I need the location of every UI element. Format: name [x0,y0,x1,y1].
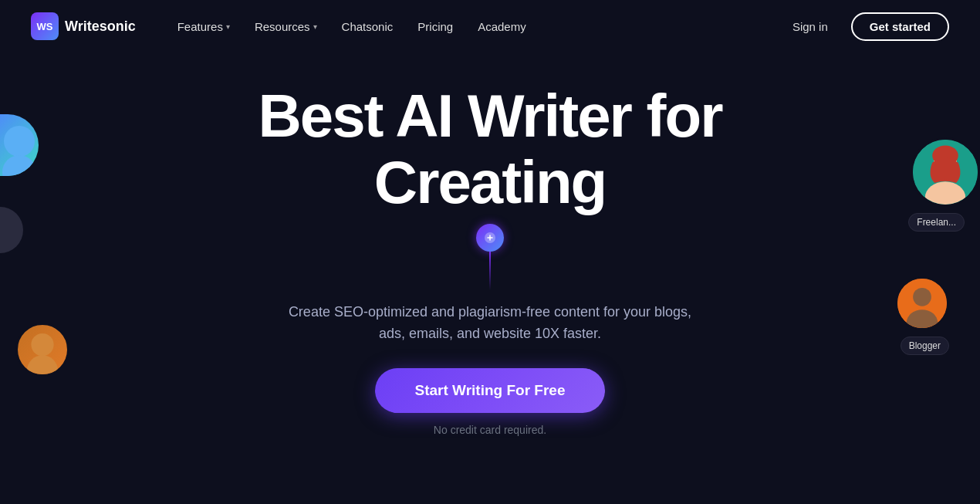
nav-item-resources[interactable]: Resources ▾ [244,14,328,39]
svg-point-1 [2,155,36,176]
avatar-left-bottom [15,323,69,377]
chevron-down-icon: ▾ [226,22,230,31]
nav-item-pricing[interactable]: Pricing [407,14,464,39]
avatar-left-top [0,114,39,176]
blogger-label: Blogger [901,337,949,355]
hero-section: Freelan... Blogger Best AI Writer for Cr… [0,52,980,436]
nav-item-chatsonic[interactable]: Chatsonic [331,14,404,39]
no-credit-text: No credit card required. [434,424,546,436]
sign-in-button[interactable]: Sign in [782,14,839,39]
nav-right: Sign in Get started [782,12,949,41]
svg-point-9 [913,288,931,306]
navbar: WS Writesonic Features ▾ Resources ▾ Cha… [0,0,980,52]
cta-button[interactable]: Start Writing For Free [375,368,606,413]
cursor-line [489,252,491,290]
nav-item-academy[interactable]: Academy [467,14,537,39]
avatar-blogger [895,276,949,330]
svg-point-0 [4,126,35,157]
avatar-freelancer [911,137,980,207]
hero-title: Best AI Writer for Creating [143,83,837,216]
nav-item-features[interactable]: Features ▾ [167,14,241,39]
logo-text: Writesonic [65,19,136,35]
chevron-down-icon: ▾ [313,22,317,31]
svg-point-2 [31,333,53,356]
hero-subtitle: Create SEO-optimized and plagiarism-free… [274,301,706,346]
logo[interactable]: WS Writesonic [31,12,136,40]
freelancer-label: Freelan... [908,213,965,232]
get-started-button[interactable]: Get started [851,12,949,41]
cursor-icon-wrapper [476,224,504,290]
svg-point-3 [27,355,58,374]
cursor-circle-icon [476,224,504,252]
avatar-left-mid [0,207,23,253]
logo-icon: WS [31,12,59,40]
avatar-right-group: Freelan... Blogger [872,114,980,361]
nav-links: Features ▾ Resources ▾ Chatsonic Pricing… [167,14,782,39]
